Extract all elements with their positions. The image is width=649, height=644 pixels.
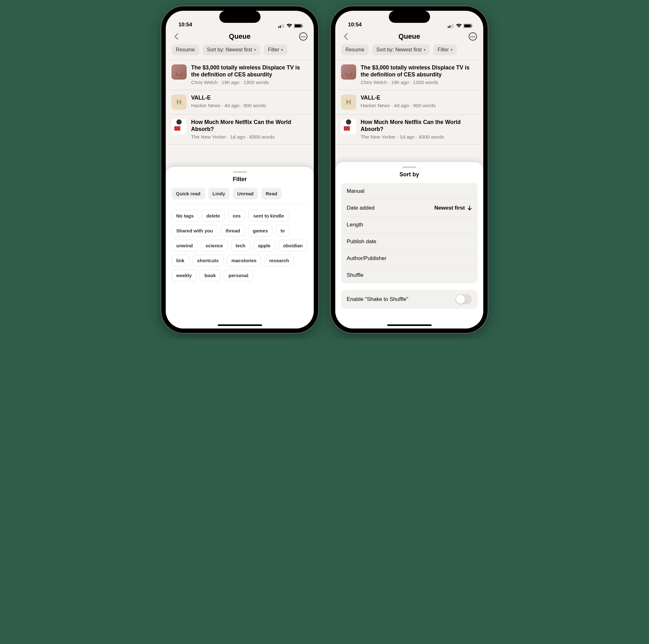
filter-lindy[interactable]: Lindy bbox=[208, 188, 230, 199]
chevron-down-icon: ▾ bbox=[281, 48, 283, 52]
sort-manual[interactable]: Manual bbox=[341, 183, 478, 200]
screen-left: 10:54 Queue ••• Resume Sort by: Newest f… bbox=[166, 11, 314, 328]
sort-options: Manual Date added Newest first Length Pu… bbox=[341, 183, 478, 283]
more-button[interactable]: ••• bbox=[299, 32, 308, 41]
arrow-down-icon bbox=[467, 205, 472, 210]
sort-publish-date[interactable]: Publish date bbox=[341, 233, 478, 250]
battery-icon bbox=[294, 24, 303, 28]
article-row[interactable]: The $3,000 totally wireless Displace TV … bbox=[166, 60, 314, 90]
article-meta: Chris Welch · 19h ago · 1300 words bbox=[361, 80, 478, 85]
sort-sheet-title: Sort by bbox=[335, 171, 483, 178]
sort-button[interactable]: Sort by: Newest first▾ bbox=[372, 44, 430, 55]
status-time: 10:54 bbox=[348, 22, 361, 28]
sort-sheet: Sort by Manual Date added Newest first L… bbox=[335, 162, 483, 328]
svg-rect-7 bbox=[448, 26, 449, 28]
sort-button[interactable]: Sort by: Newest first▾ bbox=[203, 44, 260, 55]
home-indicator[interactable] bbox=[218, 324, 262, 326]
filter-quickread[interactable]: Quick read bbox=[171, 188, 205, 199]
sort-shuffle[interactable]: Shuffle bbox=[341, 267, 478, 283]
filter-sheet-title: Filter bbox=[166, 176, 314, 183]
article-thumbnail bbox=[171, 65, 187, 80]
resume-button[interactable]: Resume bbox=[341, 44, 369, 55]
battery-icon bbox=[464, 24, 473, 28]
filter-read[interactable]: Read bbox=[261, 188, 282, 199]
dynamic-island bbox=[219, 11, 260, 23]
toggle-knob bbox=[456, 295, 465, 304]
tag-list: No tags delete ces sent to kindle Shared… bbox=[166, 210, 314, 281]
svg-rect-3 bbox=[283, 24, 284, 28]
article-title: How Much More Netflix Can the World Abso… bbox=[361, 119, 478, 133]
tag-chip[interactable]: science bbox=[201, 240, 228, 251]
svg-rect-13 bbox=[472, 25, 472, 27]
tag-chip[interactable]: thread bbox=[221, 225, 245, 237]
article-thumbnail: H bbox=[341, 94, 356, 110]
tag-chip[interactable]: tv bbox=[276, 225, 289, 237]
cellular-icon bbox=[448, 24, 454, 28]
article-row[interactable]: The $3,000 totally wireless Displace TV … bbox=[335, 60, 483, 90]
sheet-grabber[interactable] bbox=[233, 171, 247, 173]
divider bbox=[171, 204, 308, 205]
tag-chip[interactable]: sent to kindle bbox=[249, 210, 289, 222]
svg-rect-5 bbox=[295, 25, 301, 27]
filter-quick-row: Quick read Lindy Unread Read bbox=[166, 188, 314, 204]
sheet-grabber[interactable] bbox=[402, 166, 417, 168]
svg-rect-0 bbox=[278, 26, 279, 28]
shake-toggle[interactable] bbox=[456, 294, 472, 305]
svg-rect-12 bbox=[464, 25, 471, 27]
back-button[interactable] bbox=[341, 32, 350, 41]
tag-chip[interactable]: ces bbox=[228, 210, 245, 222]
article-row[interactable]: How Much More Netflix Can the World Abso… bbox=[335, 115, 483, 145]
nav-bar: Queue ••• bbox=[166, 29, 314, 44]
tag-chip[interactable]: Shared with you bbox=[171, 225, 218, 237]
ellipsis-icon: ••• bbox=[299, 32, 307, 41]
tag-chip[interactable]: delete bbox=[202, 210, 225, 222]
sort-length[interactable]: Length bbox=[341, 216, 478, 233]
article-title: How Much More Netflix Can the World Abso… bbox=[191, 119, 308, 133]
tag-chip[interactable]: unwind bbox=[171, 240, 198, 251]
article-title: The $3,000 totally wireless Displace TV … bbox=[191, 65, 308, 78]
article-row[interactable]: How Much More Netflix Can the World Abso… bbox=[166, 115, 314, 145]
status-icons bbox=[448, 24, 473, 28]
toolbar: Resume Sort by: Newest first▾ Filter▾ bbox=[335, 44, 483, 59]
tag-chip[interactable]: games bbox=[248, 225, 273, 237]
resume-button[interactable]: Resume bbox=[171, 44, 199, 55]
chevron-down-icon: ▾ bbox=[450, 48, 452, 52]
tag-chip[interactable]: book bbox=[200, 270, 221, 281]
tag-chip[interactable]: macstories bbox=[227, 255, 261, 266]
svg-rect-8 bbox=[449, 25, 450, 28]
tag-chip[interactable]: obsidian bbox=[278, 240, 308, 251]
chevron-down-icon: ▾ bbox=[254, 48, 256, 52]
svg-rect-1 bbox=[280, 25, 281, 28]
back-button[interactable] bbox=[171, 32, 181, 41]
shake-label: Enable "Shake to Shuffle" bbox=[347, 296, 408, 303]
home-indicator[interactable] bbox=[387, 324, 432, 326]
article-row[interactable]: H VALL-E Hacker News · 4d ago · 900 word… bbox=[166, 90, 314, 115]
sort-date-added[interactable]: Date added Newest first bbox=[341, 200, 478, 216]
page-title: Queue bbox=[350, 32, 468, 41]
tag-chip[interactable]: link bbox=[171, 255, 189, 266]
chevron-left-icon bbox=[344, 33, 348, 40]
article-thumbnail bbox=[341, 65, 356, 80]
filter-sheet: Filter Quick read Lindy Unread Read No t… bbox=[166, 167, 314, 328]
article-row[interactable]: H VALL-E Hacker News · 4d ago · 900 word… bbox=[335, 90, 483, 115]
article-title: The $3,000 totally wireless Displace TV … bbox=[361, 65, 478, 78]
svg-rect-6 bbox=[302, 25, 303, 27]
chevron-down-icon: ▾ bbox=[424, 48, 426, 52]
tag-chip[interactable]: tech bbox=[231, 240, 250, 251]
filter-button[interactable]: Filter▾ bbox=[433, 44, 457, 55]
shake-to-shuffle-row: Enable "Shake to Shuffle" bbox=[341, 290, 478, 309]
filter-button[interactable]: Filter▾ bbox=[264, 44, 288, 55]
tag-chip[interactable]: apple bbox=[253, 240, 275, 251]
tag-chip[interactable]: shortcuts bbox=[192, 255, 223, 266]
article-thumbnail bbox=[171, 119, 187, 134]
sort-value: Newest first bbox=[434, 205, 472, 211]
dynamic-island bbox=[389, 11, 430, 23]
tag-chip[interactable]: No tags bbox=[171, 210, 199, 222]
tag-chip[interactable]: weekly bbox=[171, 270, 197, 281]
article-title: VALL-E bbox=[361, 94, 478, 102]
tag-chip[interactable]: personal bbox=[224, 270, 253, 281]
sort-author[interactable]: Author/Publisher bbox=[341, 250, 478, 267]
more-button[interactable]: ••• bbox=[468, 32, 478, 41]
tag-chip[interactable]: research bbox=[264, 255, 294, 266]
filter-unread[interactable]: Unread bbox=[233, 188, 258, 199]
